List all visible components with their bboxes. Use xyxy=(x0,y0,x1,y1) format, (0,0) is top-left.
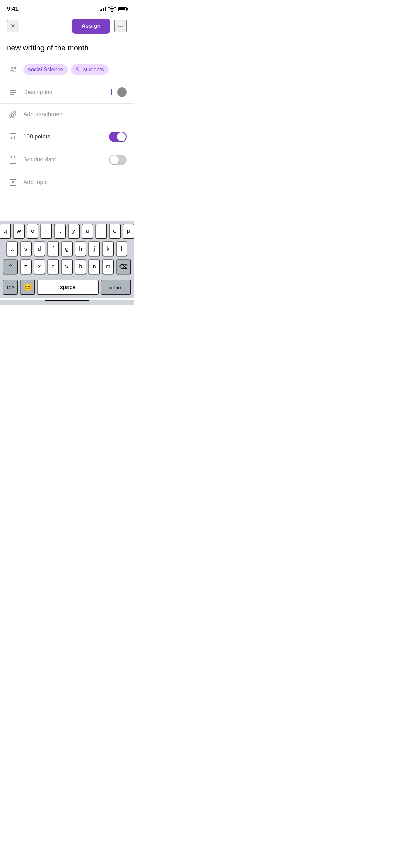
due-date-row: Set due date xyxy=(0,148,134,171)
points-content: 100 points xyxy=(23,133,109,140)
attachment-content[interactable]: Add attachment xyxy=(23,111,127,118)
svg-rect-10 xyxy=(10,157,16,163)
class-chips: social Science All students xyxy=(23,64,127,75)
key-return[interactable]: return xyxy=(101,280,131,295)
due-date-toggle[interactable] xyxy=(109,155,127,165)
svg-point-2 xyxy=(14,67,16,69)
battery-icon xyxy=(118,7,127,11)
key-f[interactable]: f xyxy=(47,241,59,256)
key-m[interactable]: m xyxy=(102,259,114,274)
empty-area xyxy=(0,193,134,221)
key-s[interactable]: s xyxy=(20,241,32,256)
key-p[interactable]: p xyxy=(123,224,134,239)
due-date-content: Set due date xyxy=(23,156,109,163)
description-icon xyxy=(7,88,19,96)
due-date-label: Set due date xyxy=(23,156,109,163)
key-z[interactable]: z xyxy=(20,259,32,274)
attachment-label: Add attachment xyxy=(23,111,64,118)
description-placeholder[interactable]: Description xyxy=(23,89,108,96)
key-b[interactable]: b xyxy=(75,259,86,274)
assign-button[interactable]: Assign xyxy=(72,19,110,34)
key-r[interactable]: r xyxy=(40,224,52,239)
text-cursor xyxy=(111,89,112,95)
points-label[interactable]: 100 points xyxy=(23,133,109,140)
topic-label: Add topic xyxy=(23,179,127,186)
key-q[interactable]: q xyxy=(0,224,11,239)
students-chip[interactable]: All students xyxy=(71,64,109,75)
key-d[interactable]: d xyxy=(34,241,45,256)
key-delete[interactable]: ⌫ xyxy=(116,259,131,274)
keyboard-bottom-row: 123 😊 space return xyxy=(1,277,132,296)
key-v[interactable]: v xyxy=(61,259,73,274)
status-bar: 9:41 xyxy=(0,0,134,16)
toggle-thumb-due xyxy=(110,155,119,164)
keyboard-row-1: q w e r t y u i o p xyxy=(1,224,132,239)
key-l[interactable]: l xyxy=(116,241,127,256)
class-icon xyxy=(7,65,19,74)
description-content[interactable]: Description xyxy=(23,87,127,97)
home-indicator xyxy=(45,300,89,301)
due-date-icon xyxy=(7,156,19,164)
home-indicator-area xyxy=(0,300,134,305)
key-n[interactable]: n xyxy=(88,259,100,274)
key-i[interactable]: i xyxy=(95,224,107,239)
wifi-icon xyxy=(108,5,116,13)
status-icons xyxy=(100,5,127,13)
attachment-row[interactable]: Add attachment xyxy=(0,104,134,125)
close-icon: × xyxy=(11,22,15,30)
title-section: new writing of the month xyxy=(0,38,134,58)
key-x[interactable]: x xyxy=(34,259,45,274)
description-row[interactable]: Description xyxy=(0,81,134,104)
topic-icon xyxy=(7,178,19,186)
points-toggle-container[interactable] xyxy=(109,132,127,142)
topic-content: Add topic xyxy=(23,179,127,186)
key-t[interactable]: t xyxy=(54,224,66,239)
signal-icon xyxy=(100,7,106,11)
status-time: 9:41 xyxy=(7,5,19,12)
assignment-title[interactable]: new writing of the month xyxy=(7,44,127,52)
key-numbers[interactable]: 123 xyxy=(3,280,18,295)
class-row: social Science All students xyxy=(0,58,134,81)
more-button[interactable]: ··· xyxy=(114,20,127,32)
key-a[interactable]: a xyxy=(6,241,18,256)
points-icon xyxy=(7,133,19,141)
key-y[interactable]: y xyxy=(68,224,80,239)
keyboard: q w e r t y u i o p a s d f g h j k l ⇧ … xyxy=(0,221,134,298)
keyboard-row-3: ⇧ z x c v b n m ⌫ xyxy=(1,259,132,274)
description-avatar-dot xyxy=(117,87,127,97)
svg-point-1 xyxy=(11,67,13,69)
due-date-toggle-container[interactable] xyxy=(109,155,127,165)
key-emoji[interactable]: 😊 xyxy=(20,280,35,295)
key-h[interactable]: h xyxy=(75,241,86,256)
toggle-thumb-points xyxy=(117,132,126,141)
key-space[interactable]: space xyxy=(37,280,99,295)
nav-right-actions: Assign ··· xyxy=(72,19,127,34)
key-u[interactable]: u xyxy=(82,224,93,239)
key-shift[interactable]: ⇧ xyxy=(3,259,18,274)
key-c[interactable]: c xyxy=(47,259,59,274)
topic-row[interactable]: Add topic xyxy=(0,171,134,193)
key-w[interactable]: w xyxy=(13,224,25,239)
keyboard-row-2: a s d f g h j k l xyxy=(1,241,132,256)
class-chip[interactable]: social Science xyxy=(23,64,68,75)
key-k[interactable]: k xyxy=(102,241,114,256)
key-e[interactable]: e xyxy=(27,224,38,239)
svg-point-0 xyxy=(112,11,113,12)
close-button[interactable]: × xyxy=(7,20,19,32)
key-g[interactable]: g xyxy=(61,241,73,256)
points-toggle[interactable] xyxy=(109,132,127,142)
attachment-icon xyxy=(7,110,19,119)
more-icon: ··· xyxy=(117,22,124,30)
svg-rect-14 xyxy=(10,179,16,185)
key-o[interactable]: o xyxy=(109,224,121,239)
key-j[interactable]: j xyxy=(88,241,100,256)
points-row: 100 points xyxy=(0,125,134,148)
nav-bar: × Assign ··· xyxy=(0,16,134,38)
